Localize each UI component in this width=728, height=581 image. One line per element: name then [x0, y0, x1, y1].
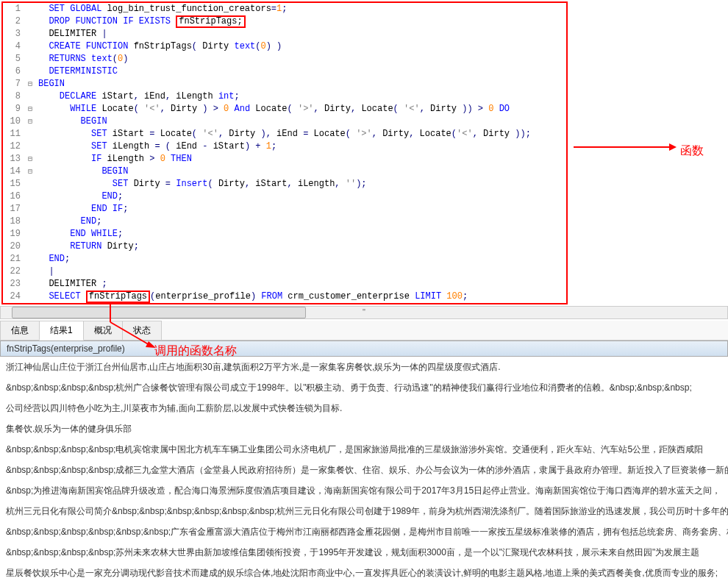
code-token — [165, 154, 171, 164]
code-line[interactable]: 13⊟ IF iLength > 0 THEN — [3, 153, 566, 165]
code-token — [38, 291, 49, 302]
result-row[interactable]: &nbsp;&nbsp;&nbsp;&nbsp;&nbsp;&nbsp;广东省金… — [0, 521, 728, 542]
code-content[interactable]: RETURNS text(0) — [35, 53, 566, 65]
fold-toggle — [25, 53, 35, 65]
code-token: ) + — [245, 141, 266, 152]
code-content[interactable]: BEGIN — [35, 115, 566, 128]
code-line[interactable]: 8 DECLARE iStart, iEnd, iLength int; — [3, 90, 566, 103]
code-line[interactable]: 10⊟ BEGIN — [3, 115, 566, 128]
code-content[interactable]: END; — [35, 253, 566, 265]
line-number: 3 — [3, 28, 25, 40]
code-token: ) ) — [266, 41, 282, 51]
fold-toggle[interactable]: ⊟ — [25, 103, 35, 115]
code-token: ) > — [202, 104, 224, 114]
code-content[interactable]: SET GLOBAL log_bin_trust_function_creato… — [35, 3, 566, 15]
code-content[interactable]: | — [35, 265, 566, 278]
line-number: 13 — [3, 153, 25, 165]
code-content[interactable]: END IF; — [35, 203, 566, 215]
scrollbar-thumb[interactable] — [12, 307, 306, 318]
result-row[interactable]: &nbsp;&nbsp;&nbsp;&nbsp;电机宾馆隶属中国北方机车车辆工业… — [0, 439, 728, 460]
tab-0[interactable]: 信息 — [0, 321, 40, 340]
fold-toggle[interactable]: ⊟ — [25, 165, 35, 178]
tab-3[interactable]: 状态 — [122, 321, 162, 340]
code-line[interactable]: 9⊟ WHILE Locate( '<', Dirty ) > 0 And Lo… — [3, 103, 566, 115]
tab-2[interactable]: 概况 — [83, 321, 123, 340]
result-row[interactable]: 浙江神仙居山庄位于浙江台州仙居市,山庄占地面积30亩,建筑面积2万平方米,是一家… — [0, 357, 728, 377]
code-token: Insert — [176, 179, 207, 189]
result-column-header[interactable]: fnStripTags(enterprise_profile) — [0, 341, 728, 357]
fold-toggle[interactable]: ⊟ — [25, 153, 35, 165]
code-token: ; — [118, 191, 123, 202]
editor-scrollbar-horizontal[interactable]: '' — [0, 306, 728, 319]
annotation-label-call-name: 调用的函数名称 — [154, 343, 237, 359]
fold-toggle — [25, 228, 35, 240]
code-line[interactable]: 24 SELECT fnStripTags(enterprise_profile… — [3, 290, 566, 303]
code-token — [38, 204, 91, 214]
code-line[interactable]: 14⊟ BEGIN — [3, 165, 566, 178]
code-line[interactable]: 20 RETURN Dirty; — [3, 240, 566, 253]
code-line[interactable]: 6 DETERMINISTIC — [3, 65, 566, 78]
code-token: CREATE FUNCTION — [49, 41, 128, 51]
code-line[interactable]: 21 END; — [3, 253, 566, 265]
tab-1[interactable]: 结果1 — [39, 321, 84, 341]
code-content[interactable]: DELIMITER ; — [35, 278, 566, 290]
code-line[interactable]: 16 END; — [3, 190, 566, 203]
code-token: Dirty — [224, 129, 260, 139]
code-content[interactable]: RETURN Dirty; — [35, 240, 566, 253]
code-token: iEnd — [171, 141, 202, 152]
code-token — [38, 191, 101, 202]
code-line[interactable]: 15 SET Dirty = Insert( Dirty, iStart, iL… — [3, 178, 566, 190]
code-content[interactable]: BEGIN — [35, 165, 566, 178]
code-line[interactable]: 19 END WHILE; — [3, 228, 566, 240]
code-content[interactable]: BEGIN — [35, 78, 566, 90]
result-row[interactable]: &nbsp;&nbsp;&nbsp;&nbsp;苏州未来农林大世界由新加坡维信集… — [0, 542, 728, 563]
code-content[interactable]: SET Dirty = Insert( Dirty, iStart, iLeng… — [35, 178, 566, 190]
code-token: SET GLOBAL — [49, 4, 101, 14]
result-row[interactable]: 集餐饮.娱乐为一体的健身俱乐部 — [0, 418, 728, 439]
code-content[interactable]: END WHILE; — [35, 228, 566, 240]
code-content[interactable]: END; — [35, 190, 566, 203]
code-line[interactable]: 1 SET GLOBAL log_bin_trust_function_crea… — [3, 3, 566, 15]
code-line[interactable]: 17 END IF; — [3, 203, 566, 215]
fold-toggle[interactable]: ⊟ — [25, 115, 35, 128]
code-line[interactable]: 18 END; — [3, 215, 566, 228]
code-content[interactable]: CREATE FUNCTION fnStripTags( Dirty text(… — [35, 40, 566, 53]
code-line[interactable]: 23 DELIMITER ; — [3, 278, 566, 290]
code-line[interactable]: 4 CREATE FUNCTION fnStripTags( Dirty tex… — [3, 40, 566, 53]
code-line[interactable]: 3 DELIMITER | — [3, 28, 566, 40]
code-line[interactable]: 7⊟BEGIN — [3, 78, 566, 90]
code-content[interactable]: SELECT fnStripTags(enterprise_profile) F… — [35, 290, 566, 303]
code-content[interactable]: END; — [35, 215, 566, 228]
fold-toggle — [25, 65, 35, 78]
code-token: ; — [463, 291, 468, 302]
result-row[interactable]: &nbsp;&nbsp;&nbsp;&nbsp;杭州广合缘餐饮管理有限公司成立于… — [0, 377, 728, 398]
code-content[interactable]: DELIMITER | — [35, 28, 566, 40]
code-content[interactable]: SET iLength = ( iEnd - iStart) + 1; — [35, 140, 566, 153]
result-row[interactable]: &nbsp;&nbsp;&nbsp;&nbsp;成都三九金堂大酒店（金堂县人民政… — [0, 460, 728, 480]
code-token: '' — [346, 179, 356, 189]
code-token: '<' — [404, 104, 420, 114]
code-line[interactable]: 12 SET iLength = ( iEnd - iStart) + 1; — [3, 140, 566, 153]
result-row[interactable]: &nbsp;为推进海南新国宾馆品牌升级改造，配合海口海景洲际度假酒店项目建设，海… — [0, 480, 728, 501]
code-token: Dirty — [425, 104, 462, 114]
code-token: iStart — [107, 129, 150, 139]
code-line[interactable]: 11 SET iStart = Locate( '<', Dirty ), iE… — [3, 128, 566, 140]
result-row[interactable]: 星辰餐饮娱乐中心是一家充分调动现代影音技术而建成的娱乐综合体,地处沈阳市商业中心… — [0, 563, 728, 581]
code-line[interactable]: 2 DROP FUNCTION IF EXISTS fnStripTags; — [3, 15, 566, 28]
code-line[interactable]: 22 | — [3, 265, 566, 278]
code-editor[interactable]: 1 SET GLOBAL log_bin_trust_function_crea… — [1, 1, 568, 304]
result-row[interactable]: 公司经营以四川特色小吃为主,川菜夜市为辅,面向工薪阶层,以发展中式快餐连锁为目标… — [0, 398, 728, 418]
code-token: END WHILE — [70, 229, 118, 239]
fold-toggle[interactable]: ⊟ — [25, 78, 35, 90]
code-content[interactable]: DROP FUNCTION IF EXISTS fnStripTags; — [35, 15, 566, 28]
code-content[interactable]: DETERMINISTIC — [35, 65, 566, 78]
code-content[interactable]: IF iLength > 0 THEN — [35, 153, 566, 165]
code-content[interactable]: SET iStart = Locate( '<', Dirty ), iEnd … — [35, 128, 566, 140]
code-token: SELECT — [49, 291, 80, 302]
fold-toggle — [25, 265, 35, 278]
code-token: = ( — [154, 141, 171, 152]
code-content[interactable]: DECLARE iStart, iEnd, iLength int; — [35, 90, 566, 103]
code-line[interactable]: 5 RETURNS text(0) — [3, 53, 566, 65]
result-row[interactable]: 杭州三元日化有限公司简介&nbsp;&nbsp;&nbsp;&nbsp;&nbs… — [0, 501, 728, 521]
code-content[interactable]: WHILE Locate( '<', Dirty ) > 0 And Locat… — [35, 103, 566, 115]
